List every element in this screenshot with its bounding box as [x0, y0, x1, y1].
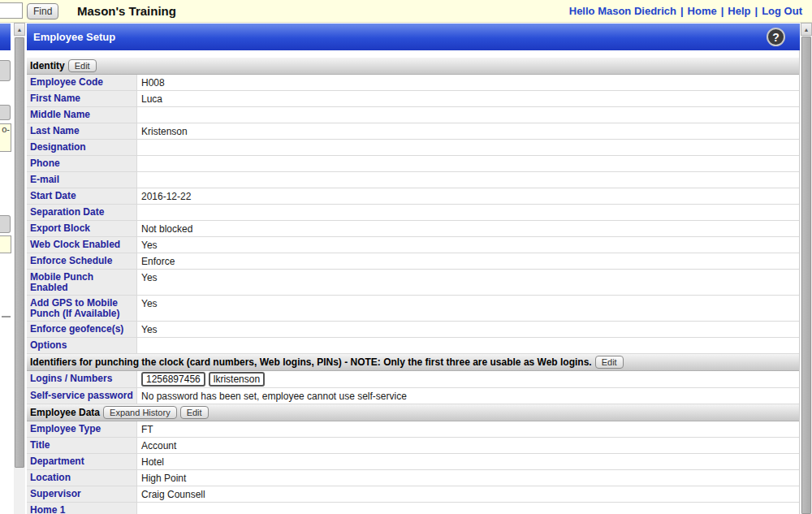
- table-row: Home 1: [27, 503, 799, 514]
- user-links: Hello Mason Diedrich|Home|Help|Log Out: [569, 5, 802, 17]
- home-link[interactable]: Home: [688, 5, 717, 17]
- employee-data-section-header: Employee Data Expand History Edit: [27, 404, 799, 421]
- login-identifier-chip: lkristenson: [209, 372, 265, 387]
- company-title: Mason's Training: [77, 4, 176, 18]
- table-row: Supervisor Craig Counsell: [27, 486, 799, 503]
- employee-data-section-title: Employee Data: [30, 407, 100, 418]
- identity-section-title: Identity: [30, 60, 65, 71]
- field-value: [137, 205, 799, 220]
- field-value: No password has been set, employee canno…: [137, 388, 799, 404]
- table-row: Department Hotel: [27, 454, 799, 470]
- left-scrollbar[interactable]: ▲: [14, 23, 25, 514]
- field-label: First Name: [27, 91, 137, 106]
- scroll-up-arrow-icon[interactable]: ▲: [801, 23, 812, 36]
- field-value: [137, 107, 799, 123]
- field-value: Luca: [137, 91, 799, 106]
- field-label: Logins / Numbers: [27, 371, 137, 387]
- table-row: Designation: [27, 140, 799, 156]
- left-panel-field-fragment: [0, 235, 11, 253]
- right-scrollbar[interactable]: ▲: [801, 23, 812, 514]
- field-value: 2016-12-22: [137, 188, 799, 204]
- field-label: Mobile Punch Enabled: [27, 270, 137, 295]
- field-value: [137, 338, 799, 353]
- employee-data-edit-button[interactable]: Edit: [180, 406, 209, 419]
- table-row: Logins / Numbers 1256897456lkristenson: [27, 371, 799, 388]
- expand-history-button[interactable]: Expand History: [103, 406, 177, 419]
- field-value: Account: [137, 438, 799, 453]
- field-label: Employee Code: [27, 75, 137, 90]
- field-value: Yes: [137, 237, 799, 253]
- field-value: Kristenson: [137, 123, 799, 139]
- field-label: Home 1: [27, 503, 137, 514]
- left-panel-button-fragment: [0, 215, 11, 233]
- employee-data-rows: Employee Type FT Title Account Departmen…: [27, 421, 799, 514]
- field-label: Supervisor: [27, 486, 137, 502]
- table-row: Add GPS to Mobile Punch (If Available) Y…: [27, 296, 799, 322]
- identity-section-header: Identity Edit: [27, 58, 799, 75]
- find-button[interactable]: Find: [27, 3, 58, 19]
- left-panel-button-fragment: [0, 60, 11, 81]
- link-separator: |: [755, 5, 758, 17]
- field-value: FT: [137, 421, 799, 437]
- field-label: Employee Type: [27, 421, 137, 437]
- left-panel-button-fragment: [0, 105, 11, 120]
- top-bar: Find Mason's Training Hello Mason Diedri…: [0, 0, 812, 23]
- field-label: Options: [27, 338, 137, 353]
- field-label: Start Date: [27, 188, 137, 204]
- help-link[interactable]: Help: [728, 5, 750, 17]
- field-label: Last Name: [27, 123, 137, 139]
- page-title-bar: Employee Setup ?: [27, 24, 800, 50]
- field-value: Yes: [137, 296, 799, 321]
- identity-edit-button[interactable]: Edit: [68, 59, 97, 72]
- field-label: Enforce Schedule: [27, 253, 137, 269]
- table-row: Title Account: [27, 438, 799, 454]
- logout-link[interactable]: Log Out: [762, 5, 802, 17]
- field-value: Yes: [137, 322, 799, 337]
- field-label: Designation: [27, 140, 137, 155]
- identifiers-section-title: Identifiers for punching the clock (card…: [30, 356, 592, 368]
- field-label: Department: [27, 454, 137, 469]
- field-label: Self-service password: [27, 388, 137, 404]
- field-value: H008: [137, 75, 799, 90]
- field-value: [137, 503, 799, 514]
- table-row: Enforce geofence(s) Yes: [27, 322, 799, 338]
- table-row: Separation Date: [27, 205, 799, 221]
- identity-rows: Employee Code H008 First Name Luca Middl…: [27, 75, 799, 354]
- field-value: Enforce: [137, 253, 799, 269]
- field-value: [137, 140, 799, 155]
- left-scrollbar-thumb[interactable]: [15, 37, 24, 468]
- table-row: Export Block Not blocked: [27, 221, 799, 237]
- field-label: Location: [27, 470, 137, 486]
- field-value: Hotel: [137, 454, 799, 469]
- identifiers-edit-button[interactable]: Edit: [595, 356, 624, 369]
- link-separator: |: [721, 5, 724, 17]
- left-panel-field-fragment: o-: [0, 123, 11, 152]
- table-row: Phone: [27, 156, 799, 172]
- table-row: Options: [27, 338, 799, 354]
- employee-setup-panel: Identity Edit Employee Code H008 First N…: [27, 50, 800, 514]
- field-label: E-mail: [27, 172, 137, 188]
- find-input[interactable]: [0, 2, 23, 19]
- table-row: Mobile Punch Enabled Yes: [27, 270, 799, 296]
- table-row: Start Date 2016-12-22: [27, 188, 799, 205]
- table-row: Employee Code H008: [27, 75, 799, 91]
- link-separator: |: [680, 5, 684, 17]
- field-value: Yes: [137, 270, 799, 295]
- login-identifier-chip: 1256897456: [141, 372, 205, 387]
- scroll-up-arrow-icon[interactable]: ▲: [14, 23, 25, 36]
- table-row: First Name Luca: [27, 91, 799, 107]
- table-row: Web Clock Enabled Yes: [27, 237, 799, 253]
- table-row: Employee Type FT: [27, 421, 799, 438]
- field-value: [137, 156, 799, 171]
- greeting-link[interactable]: Hello Mason Diedrich: [569, 5, 676, 17]
- field-value: 1256897456lkristenson: [137, 371, 799, 387]
- field-value: Craig Counsell: [137, 486, 799, 502]
- help-icon[interactable]: ?: [767, 28, 785, 46]
- field-label: Export Block: [27, 221, 137, 236]
- table-row: E-mail: [27, 172, 799, 188]
- field-label: Web Clock Enabled: [27, 237, 137, 253]
- right-scrollbar-thumb[interactable]: [801, 37, 811, 514]
- field-value: [137, 172, 799, 188]
- field-value: High Point: [137, 470, 799, 486]
- page-title: Employee Setup: [27, 31, 115, 43]
